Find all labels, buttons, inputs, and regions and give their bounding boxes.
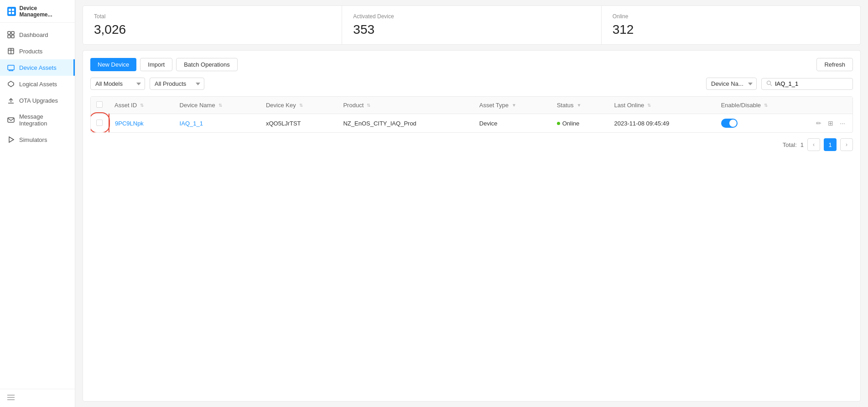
row-checkbox[interactable] bbox=[96, 120, 103, 126]
stat-activated-value: 353 bbox=[353, 22, 590, 37]
th-checkbox bbox=[91, 97, 109, 114]
row-device-key: xQO5LJrTST bbox=[260, 114, 338, 133]
main-content: Total 3,026 Activated Device 353 Online … bbox=[75, 0, 868, 407]
stats-bar: Total 3,026 Activated Device 353 Online … bbox=[83, 5, 861, 45]
device-key-sort-icon[interactable]: ⇅ bbox=[299, 103, 303, 108]
pagination-total-count: 1 bbox=[800, 141, 804, 148]
row-device-name: IAQ_1_1 bbox=[174, 114, 260, 133]
product-filter[interactable]: All Products bbox=[150, 78, 204, 90]
sidebar-footer bbox=[0, 389, 75, 407]
sidebar-label-logical-assets: Logical Assets bbox=[19, 81, 57, 88]
th-status: Status ▼ bbox=[551, 97, 609, 114]
svg-rect-2 bbox=[9, 12, 11, 14]
sidebar-logo: Device Manageme... bbox=[0, 0, 75, 23]
import-button[interactable]: Import bbox=[140, 58, 172, 71]
device-name-sort-icon[interactable]: ⇅ bbox=[218, 103, 222, 108]
copy-button[interactable]: ⊞ bbox=[826, 119, 835, 128]
sidebar-item-message-integration[interactable]: Message Integration bbox=[0, 109, 75, 131]
sidebar: Device Manageme... Dashboard bbox=[0, 0, 75, 407]
stat-activated: Activated Device 353 bbox=[342, 6, 601, 44]
sidebar-label-message-integration: Message Integration bbox=[19, 113, 68, 127]
sidebar-item-device-assets[interactable]: Device Assets bbox=[0, 59, 75, 76]
logo-icon bbox=[7, 7, 16, 16]
prev-page-button[interactable]: ‹ bbox=[807, 138, 820, 151]
row-asset-id[interactable]: 9PC9LNpk bbox=[109, 114, 174, 133]
enable-sort-icon[interactable]: ⇅ bbox=[764, 103, 768, 108]
stat-online-label: Online bbox=[613, 13, 849, 20]
sidebar-item-logical-assets[interactable]: Logical Assets bbox=[0, 76, 75, 92]
new-device-button[interactable]: New Device bbox=[90, 58, 136, 71]
device-assets-icon bbox=[7, 64, 15, 71]
logical-assets-icon bbox=[7, 80, 15, 88]
svg-rect-0 bbox=[9, 9, 11, 11]
current-page[interactable]: 1 bbox=[824, 138, 837, 151]
search-container bbox=[761, 78, 853, 90]
th-enable-disable: Enable/Disable ⇅ bbox=[716, 97, 809, 114]
svg-rect-17 bbox=[8, 118, 14, 122]
product-sort-icon[interactable]: ⇅ bbox=[367, 103, 370, 108]
pagination: Total: 1 ‹ 1 › bbox=[90, 133, 853, 151]
sidebar-label-ota-upgrades: OTA Upgrades bbox=[19, 97, 58, 104]
dashboard-icon bbox=[7, 31, 15, 38]
svg-line-23 bbox=[770, 84, 772, 86]
status-sort-icon[interactable]: ▼ bbox=[577, 103, 582, 108]
svg-rect-6 bbox=[8, 35, 10, 38]
row-actions: ✏ ⊞ ··· bbox=[809, 114, 852, 133]
sidebar-item-dashboard[interactable]: Dashboard bbox=[0, 26, 75, 43]
th-actions bbox=[809, 97, 852, 114]
search-icon bbox=[766, 80, 772, 88]
search-by-dropdown[interactable]: Device Na... bbox=[706, 78, 757, 90]
status-label: Online bbox=[562, 120, 580, 127]
toolbar: New Device Import Batch Operations Refre… bbox=[90, 58, 853, 71]
last-online-sort-icon[interactable]: ⇅ bbox=[647, 103, 651, 108]
filters-bar: All Models All Products Device Na... bbox=[90, 78, 853, 90]
toggle-knob bbox=[729, 120, 737, 127]
sidebar-label-products: Products bbox=[19, 48, 42, 55]
stat-online: Online 312 bbox=[602, 6, 860, 44]
svg-rect-11 bbox=[8, 65, 14, 70]
refresh-button[interactable]: Refresh bbox=[816, 58, 853, 71]
row-toggle-cell bbox=[716, 114, 809, 133]
stat-total-value: 3,026 bbox=[94, 22, 331, 37]
row-product: NZ_EnOS_CITY_IAQ_Prod bbox=[338, 114, 473, 133]
content-panel: New Device Import Batch Operations Refre… bbox=[83, 50, 861, 402]
svg-rect-1 bbox=[12, 9, 14, 11]
device-table: Asset ID ⇅ Device Name ⇅ bbox=[90, 96, 853, 133]
th-product: Product ⇅ bbox=[338, 97, 473, 114]
more-button[interactable]: ··· bbox=[838, 119, 847, 128]
th-device-name: Device Name ⇅ bbox=[174, 97, 260, 114]
stat-total: Total 3,026 bbox=[83, 6, 342, 44]
svg-rect-3 bbox=[12, 12, 14, 14]
row-last-online: 2023-11-08 09:45:49 bbox=[609, 114, 716, 133]
sidebar-label-device-assets: Device Assets bbox=[19, 64, 57, 71]
simulators-icon bbox=[7, 136, 15, 143]
asset-id-sort-icon[interactable]: ⇅ bbox=[140, 103, 144, 108]
model-filter[interactable]: All Models bbox=[90, 78, 145, 90]
table-row: 9PC9LNpk IAQ_1_1 xQO5LJrTST NZ_EnOS_CITY… bbox=[91, 114, 852, 133]
stat-activated-label: Activated Device bbox=[353, 13, 590, 20]
app-title: Device Manageme... bbox=[20, 5, 68, 18]
enable-toggle[interactable] bbox=[721, 119, 738, 128]
sidebar-item-ota-upgrades[interactable]: OTA Upgrades bbox=[0, 92, 75, 109]
svg-rect-5 bbox=[11, 31, 14, 34]
device-name-link[interactable]: IAQ_1_1 bbox=[180, 120, 203, 127]
asset-type-sort-icon[interactable]: ▼ bbox=[512, 103, 516, 108]
message-integration-icon bbox=[7, 116, 15, 124]
svg-marker-15 bbox=[8, 81, 14, 87]
batch-operations-button[interactable]: Batch Operations bbox=[176, 58, 237, 71]
row-status: Online bbox=[551, 114, 609, 133]
next-page-button[interactable]: › bbox=[840, 138, 853, 151]
svg-marker-18 bbox=[9, 137, 14, 142]
edit-button[interactable]: ✏ bbox=[814, 119, 823, 128]
th-asset-type: Asset Type ▼ bbox=[474, 97, 551, 114]
menu-icon[interactable] bbox=[7, 395, 15, 402]
svg-rect-4 bbox=[8, 31, 10, 34]
sidebar-item-products[interactable]: Products bbox=[0, 43, 75, 59]
row-asset-type: Device bbox=[474, 114, 551, 133]
sidebar-navigation: Dashboard Products bbox=[0, 23, 75, 389]
status-dot bbox=[557, 122, 560, 125]
row-checkbox-cell bbox=[91, 114, 109, 133]
select-all-checkbox[interactable] bbox=[96, 101, 103, 108]
search-input[interactable] bbox=[775, 80, 848, 87]
sidebar-item-simulators[interactable]: Simulators bbox=[0, 131, 75, 148]
